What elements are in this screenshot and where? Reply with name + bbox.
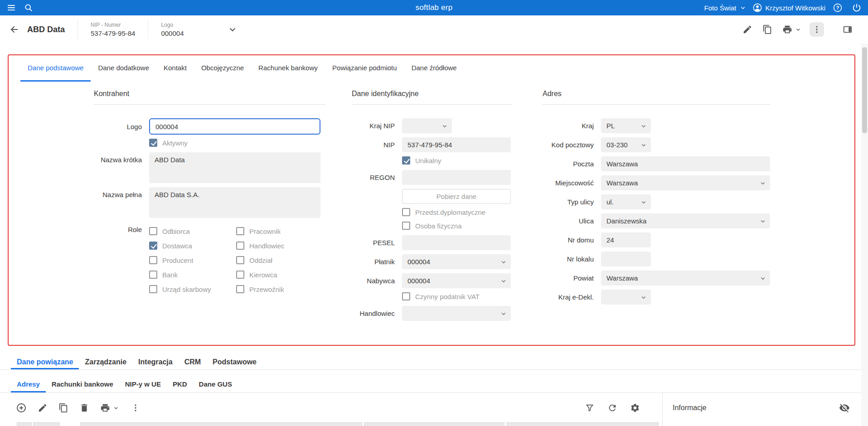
tab-obcojezyczne[interactable]: Obcojęzyczne — [194, 55, 251, 82]
powiat-select[interactable]: Warszawa — [601, 271, 770, 286]
nazwa-krotka-input[interactable]: ABD Data — [149, 152, 320, 183]
tab-integracja[interactable]: Integracja — [132, 356, 179, 369]
pracownik-label: Pracownik — [249, 228, 281, 235]
czynny-podatnik-vat-checkbox[interactable] — [402, 292, 410, 300]
subtab-rachunki-bankowe[interactable]: Rachunki bankowe — [46, 377, 119, 392]
tab-podstawowe[interactable]: Podstawowe — [207, 356, 262, 369]
subtab-adresy[interactable]: Adresy — [11, 377, 46, 392]
delete-row-button[interactable] — [77, 401, 92, 415]
poczta-input[interactable] — [601, 156, 770, 171]
producent-checkbox[interactable] — [149, 256, 157, 264]
kraj-nip-select[interactable] — [402, 118, 452, 133]
filter-button[interactable] — [582, 401, 597, 415]
subtab-dane-gus[interactable]: Dane GUS — [193, 377, 238, 392]
nr-lokalu-label: Nr lokalu — [543, 252, 594, 266]
tab-dane-zrodlowe[interactable]: Dane źródłowe — [404, 55, 464, 82]
nr-lokalu-input[interactable] — [601, 252, 651, 266]
platnik-select[interactable]: 000004 — [402, 254, 511, 269]
table-header-cell[interactable] — [364, 422, 504, 426]
tab-zarzadzanie[interactable]: Zarządzanie — [79, 356, 132, 369]
subtab-pkd[interactable]: PKD — [167, 377, 193, 392]
handlowiec-select[interactable] — [402, 306, 511, 321]
kraj-select[interactable]: PL — [601, 118, 651, 133]
list-print-dropdown-button[interactable] — [112, 402, 122, 414]
copy-button[interactable] — [760, 22, 775, 37]
unikalny-checkbox[interactable] — [402, 156, 410, 165]
list-print-button[interactable] — [98, 401, 112, 415]
urzad-skarbowy-label: Urząd skarbowy — [162, 286, 211, 293]
logo-input[interactable] — [149, 118, 320, 135]
record-title: ABD Data — [27, 25, 65, 34]
pesel-input[interactable] — [402, 235, 511, 250]
print-button[interactable] — [780, 22, 795, 37]
table-header-cell[interactable] — [507, 422, 659, 426]
table-header-cell[interactable] — [17, 422, 32, 426]
odbiorca-label: Odbiorca — [162, 228, 190, 235]
nr-domu-label: Nr domu — [543, 232, 594, 247]
dostawca-checkbox[interactable] — [149, 242, 157, 250]
copy-row-button[interactable] — [56, 401, 71, 415]
power-icon[interactable] — [850, 1, 863, 15]
chevron-down-icon — [441, 122, 449, 130]
kraj-edekl-select[interactable] — [601, 290, 651, 305]
hide-panel-eye-off-icon[interactable] — [837, 400, 852, 416]
osoba-fizyczna-label: Osoba fizyczna — [415, 222, 462, 230]
print-dropdown-button[interactable] — [795, 24, 804, 35]
odbiorca-checkbox[interactable] — [149, 227, 157, 235]
tab-dane-dodatkowe[interactable]: Dane dodatkowe — [91, 55, 156, 82]
tab-rachunek-bankowy[interactable]: Rachunek bankowy — [251, 55, 325, 82]
osoba-fizyczna-checkbox[interactable] — [402, 222, 410, 230]
miejscowosc-select[interactable]: Warszawa — [601, 175, 770, 190]
back-button[interactable] — [6, 22, 22, 37]
user-menu[interactable]: Krzysztof Witkowski — [752, 3, 825, 13]
ulica-select[interactable]: Daniszewska — [601, 213, 770, 228]
section-title: Adres — [543, 90, 770, 105]
aktywny-checkbox[interactable] — [149, 139, 157, 147]
edit-button[interactable] — [740, 22, 755, 37]
tab-dane-powiazane[interactable]: Dane powiązane — [11, 356, 79, 369]
przedst-dyplomatyczne-checkbox[interactable] — [402, 208, 410, 216]
handlowiec-checkbox[interactable] — [236, 242, 244, 250]
tab-powiazanie-podmiotu[interactable]: Powiązanie podmiotu — [325, 55, 404, 82]
add-button[interactable] — [14, 400, 29, 416]
tab-dane-podstawowe[interactable]: Dane podstawowe — [20, 55, 91, 82]
tab-kontakt[interactable]: Kontakt — [156, 55, 194, 82]
print-group — [780, 22, 804, 37]
company-selector[interactable]: Foto Świat — [704, 4, 747, 12]
expand-header-button[interactable] — [225, 22, 240, 37]
nazwa-pelna-input[interactable]: ABD Data S.A. — [149, 187, 320, 218]
table-header-cell[interactable] — [80, 422, 362, 426]
kod-pocztowy-select[interactable]: 03-230 — [601, 137, 651, 152]
kierowca-checkbox[interactable] — [236, 271, 244, 279]
search-icon[interactable] — [22, 1, 35, 15]
help-icon[interactable]: ? — [831, 1, 844, 15]
side-panel-toggle-button[interactable] — [840, 22, 855, 37]
nip-input[interactable] — [402, 137, 511, 152]
refresh-button[interactable] — [605, 401, 620, 415]
urzad-skarbowy-checkbox[interactable] — [149, 285, 157, 293]
scrollbar-thumb[interactable] — [862, 47, 867, 133]
more-actions-button[interactable] — [810, 22, 824, 37]
oddzial-checkbox[interactable] — [236, 256, 244, 264]
powiat-value: Warszawa — [606, 274, 638, 282]
nr-domu-input[interactable] — [601, 232, 651, 247]
menu-icon[interactable] — [5, 1, 18, 15]
edit-row-button[interactable] — [35, 401, 50, 415]
info-panel-title: Informacje — [673, 404, 707, 412]
table-header-cell[interactable] — [33, 422, 60, 426]
settings-button[interactable] — [628, 401, 642, 415]
list-more-button[interactable] — [128, 401, 143, 415]
nabywca-select[interactable]: 000004 — [402, 273, 511, 288]
platnik-label: Płatnik — [352, 254, 395, 269]
regon-input[interactable] — [402, 170, 511, 185]
vertical-scrollbar[interactable] — [861, 44, 868, 426]
przewoznik-checkbox[interactable] — [236, 285, 244, 293]
pobierz-dane-button[interactable]: Pobierz dane — [402, 189, 511, 204]
subtab-nipy-w-ue[interactable]: NIP-y w UE — [119, 377, 167, 392]
pracownik-checkbox[interactable] — [236, 227, 244, 235]
record-toolbar-actions — [740, 22, 855, 37]
bank-checkbox[interactable] — [149, 271, 157, 279]
form-area: Kontrahent Logo Aktywny Nazwa krótka ABD… — [9, 82, 854, 345]
typ-ulicy-select[interactable]: ul. — [601, 194, 651, 209]
tab-crm[interactable]: CRM — [179, 356, 207, 369]
